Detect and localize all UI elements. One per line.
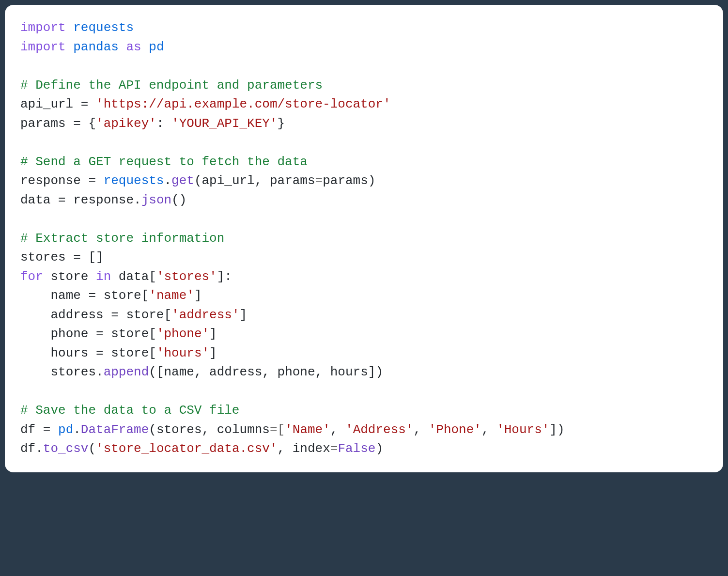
obj-requests: requests [104, 173, 164, 188]
string-address: 'address' [171, 308, 239, 322]
string-col-name: 'Name' [285, 422, 330, 437]
string-csv-filename: 'store_locator_data.csv' [96, 441, 277, 456]
var-api-url: api_url [20, 97, 73, 111]
keyword-for: for [20, 269, 43, 284]
module-pandas: pandas [73, 40, 119, 54]
keyword-in: in [96, 269, 111, 284]
string-name: 'name' [149, 288, 194, 303]
string-col-phone: 'Phone' [429, 422, 481, 437]
comment: # Define the API endpoint and parameters [20, 78, 323, 93]
fn-get: get [171, 173, 194, 188]
var-response: response [20, 173, 81, 188]
keyword-import: import [20, 20, 66, 35]
cls-dataframe: DataFrame [81, 422, 149, 437]
keyword-import: import [20, 40, 66, 54]
fn-json: json [141, 193, 171, 207]
string-apikey: 'apikey' [96, 116, 156, 131]
obj-pd: pd [58, 422, 73, 437]
string-phone: 'phone' [156, 327, 209, 341]
string-apikey-val: 'YOUR_API_KEY' [171, 116, 277, 131]
alias-pd: pd [149, 40, 164, 54]
python-code[interactable]: import requests import pandas as pd # De… [20, 18, 708, 459]
string-stores: 'stores' [156, 269, 217, 284]
comment: # Save the data to a CSV file [20, 403, 239, 418]
var-data: data [20, 193, 50, 207]
fn-append: append [104, 365, 149, 379]
fn-to-csv: to_csv [43, 441, 89, 456]
string-url: 'https://api.example.com/store-locator' [96, 97, 391, 111]
code-block: import requests import pandas as pd # De… [5, 5, 723, 472]
const-false: False [338, 441, 375, 456]
var-params: params [20, 116, 66, 131]
var-df: df [20, 422, 35, 437]
string-col-address: 'Address' [345, 422, 413, 437]
string-hours: 'hours' [156, 346, 209, 360]
module-requests: requests [73, 20, 134, 35]
var-stores: stores [20, 250, 66, 265]
keyword-as: as [126, 40, 141, 54]
string-col-hours: 'Hours' [496, 422, 549, 437]
comment: # Extract store information [20, 231, 224, 246]
comment: # Send a GET request to fetch the data [20, 155, 308, 169]
